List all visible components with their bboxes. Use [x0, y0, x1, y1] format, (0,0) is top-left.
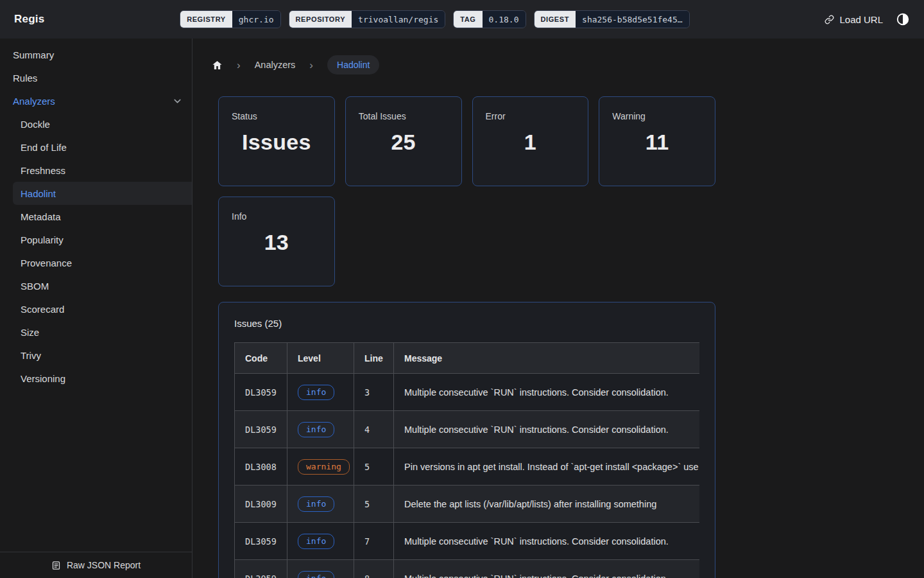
- badge-label: REPOSITORY: [289, 11, 352, 28]
- sidebar-item[interactable]: Summary: [13, 43, 192, 66]
- issue-line: 5: [354, 486, 394, 523]
- sidebar-subitem[interactable]: Provenance: [13, 251, 192, 274]
- sidebar-subitem-label: Hadolint: [21, 188, 56, 199]
- app-title: Regis: [14, 13, 44, 26]
- sidebar-item-label: Summary: [13, 49, 54, 60]
- sidebar-subitem[interactable]: Versioning: [13, 367, 192, 390]
- column-header-code: Code: [235, 343, 287, 374]
- level-badge: info: [298, 571, 334, 578]
- breadcrumb-analyzers[interactable]: Analyzers: [255, 60, 296, 70]
- chevron-down-icon: [172, 96, 183, 107]
- sidebar-subitem[interactable]: Hadolint: [13, 182, 192, 205]
- issue-row: DL3059 info 8 Multiple consecutive `RUN`…: [235, 560, 700, 578]
- stat-card: Warning 11: [599, 96, 715, 186]
- link-icon: [825, 15, 834, 24]
- top-bar: Regis REGISTRY ghcr.io REPOSITORY trivoa…: [0, 0, 924, 39]
- stat-label: Warning: [612, 111, 702, 121]
- sidebar-subitem-label: Trivy: [21, 350, 41, 361]
- issue-message: Pin versions in apt get install. Instead…: [394, 448, 700, 486]
- sidebar-subitem[interactable]: Trivy: [13, 344, 192, 367]
- sidebar-item-label: Analyzers: [13, 96, 55, 107]
- column-header-message: Message: [394, 343, 700, 374]
- issue-line: 5: [354, 448, 394, 486]
- image-ref-badge: TAG 0.18.0: [453, 10, 526, 28]
- content-column: › Analyzers › Hadolint Status Issues Tot…: [218, 54, 715, 578]
- level-badge: info: [298, 534, 334, 549]
- stat-cards: Status Issues Total Issues 25 Error 1: [218, 96, 715, 286]
- issue-message: Multiple consecutive `RUN` instructions.…: [394, 523, 700, 560]
- badge-value: ghcr.io: [232, 11, 280, 28]
- issue-line: 8: [354, 560, 394, 578]
- issue-level-cell: info: [287, 560, 354, 578]
- issue-line: 7: [354, 523, 394, 560]
- issue-message: Multiple consecutive `RUN` instructions.…: [394, 560, 700, 578]
- stat-value: 1: [486, 130, 576, 155]
- issues-table-container: Code Level Line Message DL3059: [234, 342, 699, 578]
- badge-value: trivoallan/regis: [352, 11, 445, 28]
- issue-level-cell: info: [287, 523, 354, 560]
- sidebar-item[interactable]: Rules: [13, 66, 192, 89]
- load-url-label: Load URL: [839, 14, 883, 25]
- sidebar-subitem-label: SBOM: [21, 281, 49, 292]
- sidebar-nav: Summary Rules Analyzers Dockle: [0, 39, 192, 552]
- image-ref-badge: REPOSITORY trivoallan/regis: [289, 10, 446, 28]
- sidebar-subitem-label: Freshness: [21, 165, 65, 176]
- breadcrumb-current[interactable]: Hadolint: [327, 55, 379, 74]
- issue-code: DL3059: [235, 560, 287, 578]
- main-content: › Analyzers › Hadolint Status Issues Tot…: [193, 39, 924, 578]
- breadcrumb-home[interactable]: [212, 60, 223, 71]
- issue-row: DL3008 warning 5 Pin versions in apt get…: [235, 448, 700, 486]
- stat-value: Issues: [232, 130, 321, 155]
- sidebar-subitem[interactable]: Scorecard: [13, 297, 192, 320]
- issue-row: DL3059 info 7 Multiple consecutive `RUN`…: [235, 523, 700, 560]
- sidebar-subitem[interactable]: Dockle: [13, 112, 192, 136]
- column-header-line: Line: [354, 343, 394, 374]
- sidebar-subitem-label: Dockle: [21, 119, 50, 130]
- theme-toggle-button[interactable]: [896, 12, 910, 26]
- column-header-level: Level: [287, 343, 354, 374]
- sidebar-subitem[interactable]: Size: [13, 320, 192, 344]
- stat-card: Total Issues 25: [345, 96, 462, 186]
- stat-label: Status: [232, 111, 321, 121]
- stat-value: 25: [359, 130, 449, 155]
- table-header-row: Code Level Line Message: [235, 343, 700, 374]
- issue-code: DL3009: [235, 486, 287, 523]
- stat-label: Info: [232, 211, 321, 222]
- issues-table: Code Level Line Message DL3059: [234, 342, 699, 578]
- issue-code: DL3008: [235, 448, 287, 486]
- sidebar-subitem-label: Provenance: [21, 258, 72, 268]
- stat-card: Error 1: [472, 96, 589, 186]
- level-badge: warning: [298, 459, 350, 475]
- badge-label: DIGEST: [535, 11, 576, 28]
- load-url-button[interactable]: Load URL: [825, 14, 883, 25]
- issue-message: Delete the apt lists (/var/lib/apt/lists…: [394, 486, 700, 523]
- issue-row: DL3059 info 4 Multiple consecutive `RUN`…: [235, 411, 700, 448]
- document-icon: [51, 561, 61, 570]
- issue-line: 3: [354, 374, 394, 411]
- sidebar-subitem-label: Size: [21, 327, 39, 338]
- sidebar-item-analyzers[interactable]: Analyzers: [13, 89, 192, 112]
- issue-code: DL3059: [235, 411, 287, 448]
- breadcrumb-separator: ›: [309, 60, 313, 71]
- app-root: Regis REGISTRY ghcr.io REPOSITORY trivoa…: [0, 0, 924, 578]
- sidebar-subitem-label: Metadata: [21, 211, 61, 222]
- level-badge: info: [298, 496, 334, 512]
- image-ref-badge: DIGEST sha256-b58d5e51fe45…: [534, 10, 690, 28]
- contrast-icon: [896, 12, 910, 26]
- sidebar-subitem[interactable]: Metadata: [13, 205, 192, 228]
- sidebar-subitem[interactable]: Freshness: [13, 159, 192, 182]
- raw-json-report-link[interactable]: Raw JSON Report: [0, 552, 192, 578]
- sidebar-subitem-label: End of Life: [21, 142, 67, 153]
- badge-label: TAG: [454, 11, 482, 28]
- issue-row: DL3009 info 5 Delete the apt lists (/var…: [235, 486, 700, 523]
- issue-level-cell: info: [287, 411, 354, 448]
- image-ref-badge: REGISTRY ghcr.io: [180, 10, 280, 28]
- sidebar-subitem[interactable]: SBOM: [13, 274, 192, 297]
- sidebar: Summary Rules Analyzers Dockle: [0, 39, 193, 578]
- sidebar-subitem[interactable]: End of Life: [13, 136, 192, 159]
- home-icon: [212, 60, 223, 71]
- stat-value: 11: [612, 130, 702, 155]
- level-badge: info: [298, 385, 334, 400]
- sidebar-subitem[interactable]: Popularity: [13, 228, 192, 251]
- badge-value: sha256-b58d5e51fe45…: [576, 11, 689, 28]
